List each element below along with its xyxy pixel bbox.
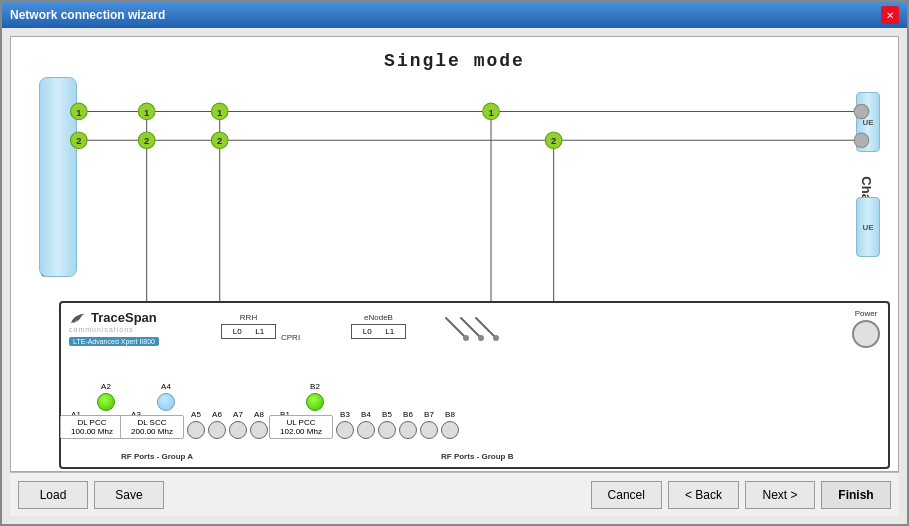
svg-point-8 — [138, 103, 155, 120]
back-button[interactable]: < Back — [668, 481, 739, 509]
cancel-button[interactable]: Cancel — [591, 481, 662, 509]
finish-button[interactable]: Finish — [821, 481, 891, 509]
ue-device-2: UE — [856, 197, 880, 257]
svg-text:1: 1 — [488, 108, 493, 118]
cpri-label: CPRI — [281, 333, 300, 342]
ports-group-a-label: RF Ports - Group A — [121, 452, 193, 461]
rrh-l1: L1 — [255, 327, 264, 336]
port-b6: B6 — [399, 410, 417, 439]
svg-point-29 — [493, 335, 499, 341]
port-b2-label: B2 — [310, 382, 320, 391]
port-b7: B7 — [420, 410, 438, 439]
svg-text:2: 2 — [144, 137, 149, 147]
svg-point-18 — [211, 132, 228, 149]
enodeb-l1: L1 — [385, 327, 394, 336]
port-a6-circle[interactable] — [208, 421, 226, 439]
load-button[interactable]: Load — [18, 481, 88, 509]
port-a7-circle[interactable] — [229, 421, 247, 439]
svg-point-27 — [478, 335, 484, 341]
svg-text:2: 2 — [217, 137, 222, 147]
main-window: Network connection wizard ✕ Single mode … — [0, 0, 909, 526]
title-bar: Network connection wizard ✕ — [2, 2, 907, 28]
port-a2: A2 DL PCC 100.00 Mhz — [88, 382, 124, 439]
port-a4-label: A4 — [161, 382, 171, 391]
save-button[interactable]: Save — [94, 481, 164, 509]
port-b8-label: B8 — [445, 410, 455, 419]
port-a5-label: A5 — [191, 410, 201, 419]
port-a2-circle[interactable] — [97, 393, 115, 411]
svg-text:2: 2 — [551, 137, 556, 147]
port-b3-circle[interactable] — [336, 421, 354, 439]
next-button[interactable]: Next > — [745, 481, 815, 509]
enodeb-conn-label: eNodeB — [351, 313, 406, 322]
diagram-title: Single mode — [384, 51, 525, 71]
port-a8: A8 — [250, 410, 268, 439]
logo-bird-icon — [69, 309, 89, 325]
port-b2-circle[interactable] — [306, 393, 324, 411]
dl-pcc-label: DL PCC 100.00 Mhz — [60, 415, 124, 439]
port-b4: B4 — [357, 410, 375, 439]
port-b2: B2 UL PCC 102.00 Mhz — [297, 382, 333, 439]
rrh-connector: RRH L0 L1 — [221, 313, 276, 339]
bottom-bar: Load Save Cancel < Back Next > Finish — [10, 472, 899, 516]
svg-text:1: 1 — [144, 108, 149, 118]
port-b6-circle[interactable] — [399, 421, 417, 439]
dl-scc-label: DL SCC 200.00 Mhz — [120, 415, 184, 439]
port-b7-label: B7 — [424, 410, 434, 419]
power-label: Power — [855, 309, 878, 318]
logo-subtitle: LTE-Advanced Xpert II800 — [69, 337, 159, 346]
port-a5-circle[interactable] — [187, 421, 205, 439]
port-b7-circle[interactable] — [420, 421, 438, 439]
enodeb-l0: L0 — [363, 327, 372, 336]
logo-tagline: communications — [69, 326, 219, 333]
rrh-label: RRH — [221, 313, 276, 322]
port-a5: A5 — [187, 410, 205, 439]
power-area: Power — [852, 309, 880, 348]
port-a7: A7 — [229, 410, 247, 439]
port-a7-label: A7 — [233, 410, 243, 419]
ue-device-1: UE — [856, 92, 880, 152]
port-b8: B8 — [441, 410, 459, 439]
svg-point-25 — [463, 335, 469, 341]
svg-point-20 — [545, 132, 562, 149]
port-b3: B3 — [336, 410, 354, 439]
enodeb-device — [39, 77, 77, 277]
port-a6-label: A6 — [212, 410, 222, 419]
port-b6-label: B6 — [403, 410, 413, 419]
close-button[interactable]: ✕ — [881, 6, 899, 24]
port-b3-label: B3 — [340, 410, 350, 419]
svg-point-10 — [211, 103, 228, 120]
rrh-l0: L0 — [233, 327, 242, 336]
port-b5-label: B5 — [382, 410, 392, 419]
ul-pcc-label: UL PCC 102.00 Mhz — [269, 415, 333, 439]
ports-group-b-label: RF Ports - Group B — [441, 452, 513, 461]
logo-area: TraceSpan communications LTE-Advanced Xp… — [69, 309, 219, 347]
port-b4-circle[interactable] — [357, 421, 375, 439]
hardware-box: TraceSpan communications LTE-Advanced Xp… — [59, 301, 890, 469]
logo-text: TraceSpan — [91, 310, 157, 325]
port-b4-label: B4 — [361, 410, 371, 419]
diagram-area: Single mode eNodeB Channel UE UE — [10, 36, 899, 472]
ports-row: A1 A2 DL PCC 100.00 Mhz — [61, 382, 888, 439]
port-a6: A6 — [208, 410, 226, 439]
port-b5-circle[interactable] — [378, 421, 396, 439]
port-a4: A4 DL SCC 200.00 Mhz — [148, 382, 184, 439]
cables-icon — [441, 313, 521, 343]
svg-point-16 — [138, 132, 155, 149]
port-a4-circle[interactable] — [157, 393, 175, 411]
power-circle — [852, 320, 880, 348]
port-a8-label: A8 — [254, 410, 264, 419]
port-b8-circle[interactable] — [441, 421, 459, 439]
window-title: Network connection wizard — [10, 8, 165, 22]
svg-text:1: 1 — [217, 108, 222, 118]
cable-icons — [441, 313, 531, 343]
port-a2-label: A2 — [101, 382, 111, 391]
port-b5: B5 — [378, 410, 396, 439]
svg-point-12 — [483, 103, 500, 120]
enodeb-connector: eNodeB L0 L1 — [351, 313, 406, 339]
main-content: Single mode eNodeB Channel UE UE — [2, 28, 907, 524]
port-a8-circle[interactable] — [250, 421, 268, 439]
